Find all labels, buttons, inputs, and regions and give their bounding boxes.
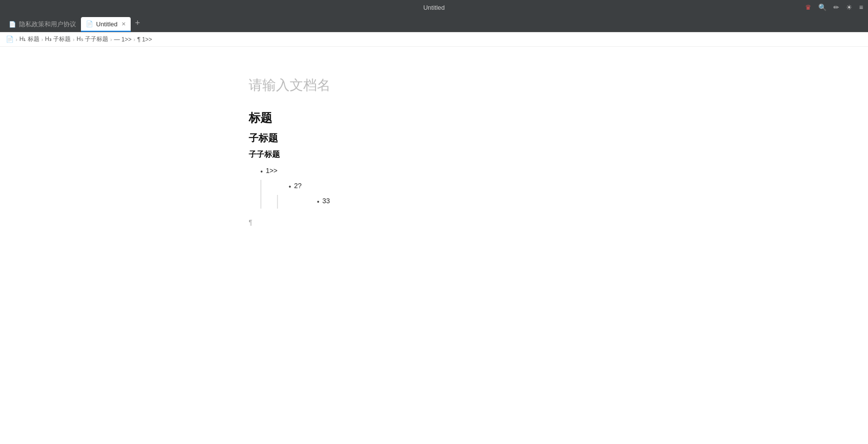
editor-area[interactable]: 请输入文档名 标题 子标题 子子标题 1>> 2?	[0, 47, 868, 444]
list-indent-level2: 2? 33	[260, 180, 619, 208]
breadcrumb-list1[interactable]: — 1>>	[114, 36, 132, 43]
breadcrumb-sep-1: ›	[41, 37, 43, 42]
list-item-1-text: 1>>	[266, 165, 277, 177]
tab-file-icon-untitled: 📄	[86, 20, 93, 27]
tab-label-privacy: 隐私政策和用户协议	[19, 20, 76, 29]
list-level-1-group: 1>>	[249, 165, 619, 178]
doc-title-input[interactable]: 请输入文档名	[249, 76, 619, 95]
sun-icon[interactable]: ☀	[846, 3, 852, 11]
breadcrumb: 📄 › H₁ 标题 › H₃ 子标题 › H₅ 子子标题 › — 1>> › ¶…	[0, 32, 868, 47]
heading-h3[interactable]: 子标题	[249, 132, 619, 145]
breadcrumb-sep-3: ›	[110, 37, 112, 42]
breadcrumb-h5[interactable]: H₅ 子子标题	[77, 35, 108, 43]
list-indent-level3: 33	[277, 195, 619, 208]
search-icon[interactable]: 🔍	[818, 3, 827, 11]
list-item-3[interactable]: 33	[317, 195, 619, 208]
heading-h5[interactable]: 子子标题	[249, 150, 619, 160]
list-item-2[interactable]: 2?	[289, 180, 619, 193]
breadcrumb-sep-0: ›	[16, 37, 18, 42]
heading-h1[interactable]: 标题	[249, 110, 619, 126]
list-item-3-text: 33	[322, 195, 330, 207]
menu-icon[interactable]: ≡	[859, 3, 863, 11]
tab-privacy[interactable]: 📄 隐私政策和用户协议	[4, 17, 81, 32]
list-level-3-group: 33	[282, 195, 619, 208]
titlebar: Untitled ♛ 🔍 ✏ ☀ ≡	[0, 0, 868, 15]
titlebar-controls: ♛ 🔍 ✏ ☀ ≡	[805, 3, 863, 11]
tab-close-button[interactable]: ✕	[121, 21, 126, 27]
editor-content: 请输入文档名 标题 子标题 子子标题 1>> 2?	[249, 47, 619, 444]
list-item-1[interactable]: 1>>	[260, 165, 619, 178]
tab-untitled[interactable]: 📄 Untitled ✕	[81, 17, 131, 32]
tabbar: 📄 隐私政策和用户协议 📄 Untitled ✕ +	[0, 15, 868, 32]
list-container: 1>> 2? 33	[249, 165, 619, 209]
breadcrumb-h1[interactable]: H₁ 标题	[20, 35, 39, 43]
window-title: Untitled	[423, 4, 445, 11]
list-item-2-text: 2?	[294, 180, 302, 192]
breadcrumb-sep-4: ›	[134, 37, 136, 42]
breadcrumb-file-icon: 📄	[6, 36, 14, 43]
breadcrumb-h3[interactable]: H₃ 子标题	[45, 35, 71, 43]
list-level-2-group: 2?	[265, 180, 619, 193]
paragraph-marker: ¶	[249, 218, 619, 226]
new-tab-button[interactable]: +	[131, 17, 144, 30]
tab-file-icon-privacy: 📄	[9, 21, 16, 28]
edit-icon[interactable]: ✏	[833, 3, 839, 11]
breadcrumb-para1[interactable]: ¶ 1>>	[137, 36, 152, 43]
tab-label-untitled: Untitled	[96, 20, 118, 28]
crown-icon[interactable]: ♛	[805, 3, 811, 11]
breadcrumb-sep-2: ›	[73, 37, 75, 42]
